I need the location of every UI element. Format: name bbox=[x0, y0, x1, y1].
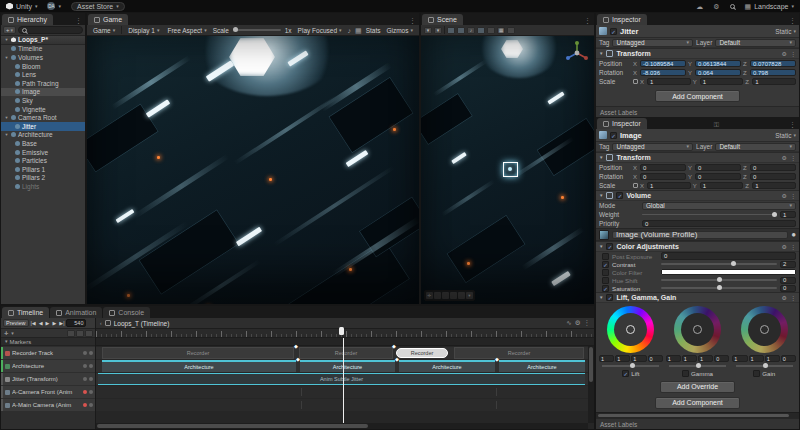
rotation-z-field[interactable]: 0.798 bbox=[750, 69, 796, 77]
search-icon[interactable] bbox=[730, 4, 735, 9]
lift-z-field[interactable]: 1 bbox=[631, 355, 646, 362]
current-frame-field[interactable]: 540 bbox=[66, 319, 86, 327]
lock-icon[interactable]: ⚿ bbox=[714, 121, 719, 129]
gain-y-field[interactable]: 1 bbox=[749, 355, 764, 362]
settings-gear-icon[interactable]: ⚙ bbox=[575, 319, 581, 327]
gear-icon[interactable]: ⚙ bbox=[713, 3, 719, 10]
transform-header[interactable]: ▼ Transform ⚙ ⋮ bbox=[596, 152, 799, 163]
mix-mode-icon[interactable] bbox=[67, 330, 75, 337]
timeline-marker-strip[interactable] bbox=[96, 338, 594, 346]
mute-audio-icon[interactable]: ♪ bbox=[348, 27, 352, 34]
saturation-slider[interactable] bbox=[661, 287, 777, 289]
scale-z-field[interactable]: 1 bbox=[752, 182, 796, 190]
gamma-y-field[interactable]: 1 bbox=[682, 355, 697, 362]
tab-game[interactable]: Game bbox=[88, 14, 128, 25]
tree-item[interactable]: Bloom bbox=[1, 62, 85, 71]
gameobject-name[interactable]: Jitter bbox=[620, 27, 772, 36]
scale-z-field[interactable]: 1 bbox=[752, 78, 796, 86]
lift-y-field[interactable]: 1 bbox=[615, 355, 630, 362]
tag-dropdown[interactable]: Untagged▾ bbox=[612, 143, 693, 151]
transform-header[interactable]: ▼ Transform ⚙ ⋮ bbox=[596, 48, 799, 59]
tab-inspector-locked[interactable]: Inspector bbox=[597, 118, 647, 129]
tree-item[interactable]: Emissive bbox=[1, 148, 85, 157]
jitter-lane[interactable]: Anim Subtle Jitter bbox=[96, 373, 594, 385]
preset-icon[interactable]: ⚙ bbox=[782, 243, 787, 250]
architecture-lane[interactable]: Architecture Architecture Architecture A… bbox=[96, 360, 594, 372]
lift-x-field[interactable]: 1 bbox=[599, 355, 614, 362]
previous-frame-icon[interactable]: ◀ bbox=[38, 320, 44, 326]
rotation-x-field[interactable]: -8.036 bbox=[640, 69, 686, 77]
object-picker-icon[interactable]: ● bbox=[791, 230, 796, 239]
param-checkbox[interactable] bbox=[753, 370, 760, 377]
unity-menu[interactable]: Unity ▾ bbox=[6, 3, 37, 10]
vsync-grid-icon[interactable]: ▦ bbox=[355, 27, 362, 34]
tree-item[interactable]: Lens bbox=[1, 70, 85, 79]
hidden-objects-toggle[interactable] bbox=[487, 27, 495, 34]
gameobject-name[interactable]: Image bbox=[620, 131, 772, 140]
aspect-dropdown[interactable]: Free Aspect▾ bbox=[165, 27, 208, 34]
tab-inspector[interactable]: Inspector bbox=[597, 14, 647, 25]
track-header-architecture[interactable]: Architecture bbox=[1, 360, 95, 372]
kebab-menu-icon[interactable]: ⋮ bbox=[790, 243, 796, 250]
gamma-x-field[interactable]: 1 bbox=[666, 355, 681, 362]
active-checkbox[interactable]: ✓ bbox=[610, 28, 617, 35]
tree-item[interactable]: Particles bbox=[1, 156, 85, 165]
rotation-y-field[interactable]: 0 bbox=[695, 173, 741, 181]
add-marker-icon[interactable]: ✛ bbox=[3, 330, 9, 336]
lift-wheel[interactable] bbox=[607, 306, 654, 353]
preset-icon[interactable]: ⚙ bbox=[782, 192, 787, 199]
lift-gamma-gain-header[interactable]: ▼ ✓ Lift, Gamma, Gain ⚙ ⋮ bbox=[596, 292, 799, 303]
track-options-icon[interactable] bbox=[89, 403, 93, 407]
ripple-mode-icon[interactable] bbox=[76, 330, 84, 337]
weight-slider-thumb[interactable] bbox=[772, 212, 777, 217]
inspector-horizontal-scrollbar[interactable] bbox=[596, 412, 799, 418]
active-checkbox[interactable]: ✓ bbox=[610, 132, 617, 139]
next-frame-icon[interactable]: ▶ bbox=[51, 320, 57, 326]
gain-x-field[interactable]: 1 bbox=[732, 355, 747, 362]
track-header-camera-front[interactable]: A-Camera Front (Anim bbox=[1, 386, 95, 398]
tab-hierarchy[interactable]: Hierarchy bbox=[2, 14, 53, 25]
scale-x-field[interactable]: 1 bbox=[647, 182, 691, 190]
stats-toggle[interactable]: Stats bbox=[366, 27, 381, 34]
kebab-menu-icon[interactable]: ⋮ bbox=[790, 50, 796, 57]
shading-mode-dropdown[interactable]: ▾ bbox=[434, 27, 442, 34]
account-menu[interactable]: DA ▾ bbox=[47, 2, 61, 10]
tree-item[interactable]: Timeline bbox=[1, 45, 85, 54]
rotation-y-field[interactable]: 0.064 bbox=[695, 69, 741, 77]
static-dropdown[interactable]: Static▾ bbox=[775, 132, 796, 139]
camera-front-lane[interactable] bbox=[96, 386, 594, 398]
recorder-clip-selected[interactable]: Recorder bbox=[396, 348, 448, 358]
gain-slider[interactable] bbox=[736, 365, 793, 367]
curves-icon[interactable]: ∿ bbox=[566, 319, 571, 327]
profile-object-field[interactable]: Image (Volume Profile) bbox=[612, 231, 788, 239]
param-checkbox[interactable]: ✓ bbox=[602, 285, 609, 292]
hue-shift-field[interactable]: 0 bbox=[780, 277, 796, 284]
scale-slider-thumb[interactable] bbox=[233, 27, 238, 32]
layout-dropdown[interactable]: ▦ Landscape ▾ bbox=[745, 3, 794, 10]
recorder-clip[interactable]: Recorder bbox=[102, 347, 294, 359]
architecture-clip[interactable]: Architecture bbox=[499, 360, 585, 372]
lift-w-field[interactable]: 0 bbox=[648, 355, 663, 362]
playhead-handle[interactable] bbox=[339, 327, 344, 335]
architecture-clip[interactable]: Architecture bbox=[102, 360, 296, 372]
track-options-icon[interactable] bbox=[89, 390, 93, 394]
grid-toggle[interactable]: ▦ bbox=[497, 27, 505, 34]
position-y-field[interactable]: 0.0613844 bbox=[695, 60, 741, 68]
track-options-icon[interactable] bbox=[83, 351, 87, 355]
timeline-horizontal-scrollbar[interactable] bbox=[96, 423, 588, 429]
cloud-icon[interactable]: ☁ bbox=[696, 3, 703, 10]
preset-icon[interactable]: ⚙ bbox=[782, 294, 787, 301]
track-lock-icon[interactable] bbox=[89, 351, 93, 355]
preview-toggle[interactable]: Preview bbox=[3, 319, 29, 327]
mode-dropdown[interactable]: Global▾ bbox=[642, 202, 796, 210]
position-z-field[interactable]: 0 bbox=[750, 164, 796, 172]
main-camera-lane[interactable] bbox=[96, 399, 594, 411]
jitter-clip[interactable]: Anim Subtle Jitter bbox=[98, 373, 585, 385]
saturation-slider-thumb[interactable] bbox=[717, 285, 722, 290]
scale-y-field[interactable]: 1 bbox=[700, 78, 744, 86]
weight-field[interactable]: 1 bbox=[780, 211, 796, 218]
static-dropdown[interactable]: Static▾ bbox=[775, 28, 796, 35]
camera-settings-icon[interactable] bbox=[507, 27, 515, 34]
play-icon[interactable]: ▶ bbox=[45, 320, 51, 326]
tab-animation[interactable]: Animation bbox=[50, 307, 102, 318]
